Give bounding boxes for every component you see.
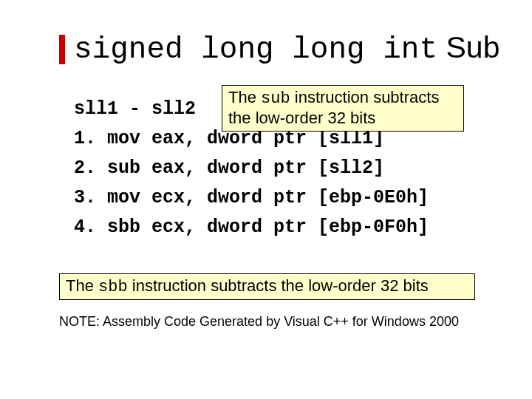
code-line-3: 3. mov ecx, dword ptr [ebp-0E0h]: [74, 183, 429, 213]
slide-container: signed long long int Sub sll1 - sll21. m…: [0, 0, 532, 399]
title-mono-part: signed long long int: [74, 33, 437, 66]
callout-sub-pre: The: [228, 88, 261, 106]
slide-title: signed long long int Sub: [74, 33, 499, 65]
code-line-4: 4. sbb ecx, dword ptr [ebp-0F0h]: [74, 213, 429, 242]
callout-sub-mono: sub: [261, 89, 290, 108]
callout-sbb-post: instruction subtracts the low-order 32 b…: [128, 276, 429, 295]
footnote: NOTE: Assembly Code Generated by Visual …: [59, 314, 459, 330]
callout-sub: The sub instruction subtracts the low-or…: [222, 85, 464, 132]
callout-sbb-pre: The: [66, 276, 98, 295]
callout-sbb: The sbb instruction subtracts the low-or…: [59, 273, 475, 300]
code-line-2: 2. sub eax, dword ptr [sll2]: [74, 154, 429, 183]
title-accent-bar: [59, 35, 65, 64]
title-sans-part: Sub: [437, 30, 499, 64]
callout-sbb-mono: sbb: [98, 278, 128, 296]
